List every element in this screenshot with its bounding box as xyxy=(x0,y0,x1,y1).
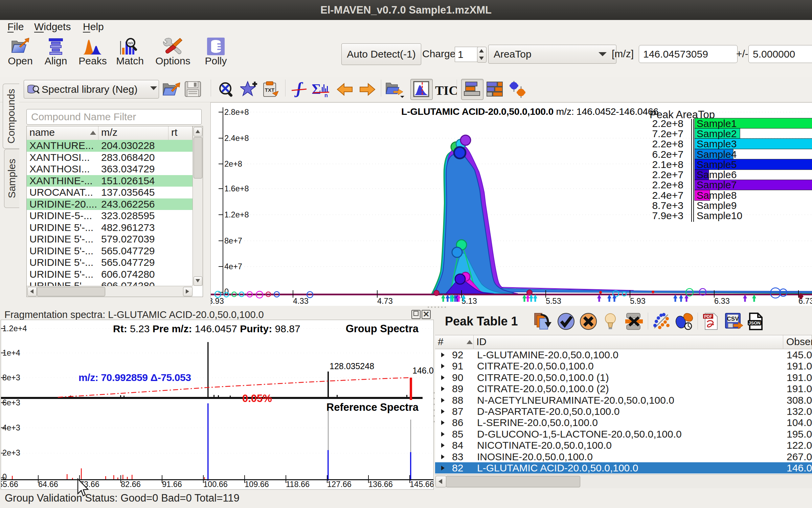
svg-text:2.2e+8: 2.2e+8 xyxy=(652,138,683,149)
svg-text:145.66: 145.66 xyxy=(410,480,434,489)
svg-text:7.9e+3: 7.9e+3 xyxy=(652,210,683,221)
svg-text:Reference Spectra: Reference Spectra xyxy=(326,401,419,413)
svg-text:100.66: 100.66 xyxy=(203,480,228,489)
svg-text:127.66: 127.66 xyxy=(327,480,352,489)
svg-text:Sample5: Sample5 xyxy=(697,159,737,170)
svg-text:5.53: 5.53 xyxy=(546,297,561,305)
svg-text:2.1e+8: 2.1e+8 xyxy=(652,159,683,170)
svg-text:n: n xyxy=(324,92,328,98)
svg-text:1.2e+4: 1.2e+4 xyxy=(2,324,27,333)
svg-text:Sample7: Sample7 xyxy=(697,179,737,190)
svg-text:m/z: m/z xyxy=(128,41,133,45)
svg-text:5.93: 5.93 xyxy=(630,297,646,305)
svg-text:4.73: 4.73 xyxy=(377,297,393,305)
svg-text:2.8e+8: 2.8e+8 xyxy=(224,108,249,117)
svg-text:JSON: JSON xyxy=(748,320,760,325)
svg-text:146.0: 146.0 xyxy=(412,366,434,375)
svg-text:2.4e+7: 2.4e+7 xyxy=(652,190,683,201)
svg-text:2.2e+7: 2.2e+7 xyxy=(652,169,683,180)
svg-text:Group Spectra: Group Spectra xyxy=(346,323,419,335)
svg-text:Sample1: Sample1 xyxy=(697,118,737,129)
svg-text:2e+3: 2e+3 xyxy=(2,448,20,457)
svg-text:Sample6: Sample6 xyxy=(697,169,737,180)
svg-text:2.4e+8: 2.4e+8 xyxy=(224,134,249,143)
svg-text:6.33: 6.33 xyxy=(714,297,730,305)
svg-text:1.2e+8: 1.2e+8 xyxy=(224,210,249,219)
svg-text:4.33: 4.33 xyxy=(293,297,309,305)
svg-text:1e+4: 1e+4 xyxy=(2,348,20,357)
svg-text:PDF: PDF xyxy=(704,314,712,319)
svg-text:6.2e+7: 6.2e+7 xyxy=(652,149,683,160)
svg-text:0: 0 xyxy=(2,472,7,481)
svg-text:6e+3: 6e+3 xyxy=(2,398,20,407)
svg-text:m/z: 70.992859 Δ-75.053: m/z: 70.992859 Δ-75.053 xyxy=(78,372,191,383)
svg-text:Rt: 5.23 Pre m/z: 146.0457 Pur: Rt: 5.23 Pre m/z: 146.0457 Purity: 98.87 xyxy=(113,323,300,334)
svg-text:Sample9: Sample9 xyxy=(697,200,737,211)
svg-text:8e+7: 8e+7 xyxy=(224,236,242,245)
svg-text:4e+3: 4e+3 xyxy=(2,423,20,432)
svg-text:1.6e+8: 1.6e+8 xyxy=(224,184,249,193)
svg-text:2.2e+8: 2.2e+8 xyxy=(652,118,683,129)
svg-text:0: 0 xyxy=(224,287,229,296)
svg-text:Sample3: Sample3 xyxy=(697,138,737,149)
svg-text:CSV: CSV xyxy=(727,316,739,322)
svg-text:Sample10: Sample10 xyxy=(697,210,742,221)
svg-text:2e+8: 2e+8 xyxy=(224,160,242,168)
svg-text:Sample2: Sample2 xyxy=(697,128,737,139)
svg-text:82.66: 82.66 xyxy=(121,480,141,489)
svg-text:91.66: 91.66 xyxy=(162,480,182,489)
svg-text:128.035248: 128.035248 xyxy=(330,361,374,371)
svg-text:136.66: 136.66 xyxy=(368,480,393,489)
svg-text:8.7e+3: 8.7e+3 xyxy=(652,200,683,211)
svg-text:L-GLUTAMIC ACID-20.0,50.0,100.: L-GLUTAMIC ACID-20.0,50.0,100.0 m/z: 146… xyxy=(401,106,658,117)
svg-text:3.93: 3.93 xyxy=(210,297,224,305)
svg-text:109.66: 109.66 xyxy=(245,480,269,489)
svg-text:4e+7: 4e+7 xyxy=(224,262,242,271)
svg-text:2.2e+8: 2.2e+8 xyxy=(652,179,683,190)
svg-text:TXT: TXT xyxy=(265,87,274,93)
svg-text:118.66: 118.66 xyxy=(286,480,310,489)
svg-text:Σ: Σ xyxy=(312,81,321,97)
svg-text:64.66: 64.66 xyxy=(38,480,58,489)
svg-text:0.05%: 0.05% xyxy=(242,393,272,404)
svg-text:Sample8: Sample8 xyxy=(697,190,737,201)
svg-text:8e+3: 8e+3 xyxy=(2,373,20,382)
svg-text:Sample4: Sample4 xyxy=(697,149,737,160)
svg-text:7.2e+7: 7.2e+7 xyxy=(652,128,683,139)
